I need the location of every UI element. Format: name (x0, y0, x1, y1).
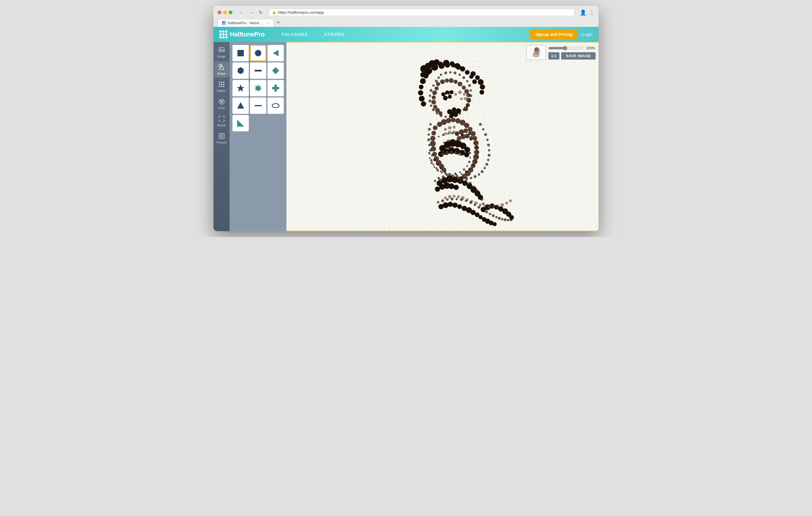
new-tab-button[interactable]: + (274, 18, 282, 27)
sidebar-item-image[interactable]: Image (214, 44, 229, 60)
svg-point-114 (448, 202, 453, 207)
svg-point-192 (458, 90, 462, 94)
svg-point-142 (468, 127, 472, 132)
forward-button[interactable]: → (248, 9, 255, 16)
svg-marker-28 (272, 66, 279, 75)
app-main: Image Shape (213, 42, 599, 231)
sidebar-item-resize[interactable]: Resize (214, 113, 229, 129)
shape-triangle-up[interactable] (232, 98, 249, 114)
svg-point-141 (464, 123, 469, 128)
sidebar-item-pattern[interactable]: Pattern (214, 79, 229, 95)
shape-star6[interactable] (250, 80, 266, 96)
shape-triangle-left[interactable] (267, 45, 284, 61)
svg-point-304 (431, 162, 433, 164)
logo-dot (222, 36, 225, 38)
svg-point-371 (461, 96, 462, 98)
svg-point-252 (428, 128, 431, 131)
svg-point-335 (473, 186, 475, 188)
svg-point-343 (448, 177, 451, 180)
svg-point-22 (255, 50, 261, 56)
menu-icon[interactable]: ⋮ (589, 9, 594, 16)
sidebar-item-shape[interactable]: Shape (214, 61, 229, 78)
app-container: HalftonePro POLYGONS STRIPES Signup and … (213, 27, 599, 231)
svg-point-249 (435, 80, 438, 83)
browser-navigation: ← → ↻ (238, 9, 264, 16)
svg-point-348 (470, 185, 472, 188)
svg-point-360 (482, 208, 484, 211)
svg-point-243 (432, 108, 435, 111)
signup-button[interactable]: Signup and Pricing (530, 30, 578, 39)
svg-rect-32 (272, 87, 279, 89)
svg-point-295 (469, 168, 471, 169)
svg-point-134 (433, 126, 437, 130)
sidebar: Image Shape (213, 42, 230, 231)
nav-tab-stripes[interactable]: STRIPES (316, 28, 353, 41)
svg-point-344 (453, 178, 455, 180)
shape-cross[interactable] (267, 80, 284, 96)
shape-triangle-corner[interactable] (232, 115, 249, 131)
svg-point-347 (466, 182, 469, 185)
shape-diamond4[interactable] (267, 62, 284, 79)
svg-point-14 (222, 100, 223, 102)
svg-point-342 (443, 178, 446, 180)
svg-point-313 (467, 148, 469, 150)
svg-point-184 (435, 86, 439, 90)
svg-point-71 (475, 75, 480, 80)
svg-point-208 (444, 196, 447, 199)
svg-point-172 (436, 82, 440, 86)
sidebar-item-presets[interactable]: Presets (214, 131, 229, 146)
minimize-window-button[interactable] (223, 10, 227, 14)
svg-point-156 (430, 136, 435, 141)
image-icon (219, 47, 225, 54)
close-window-button[interactable] (218, 10, 221, 14)
nav-tab-polygons[interactable]: POLYGONS (273, 28, 316, 41)
svg-rect-7 (221, 84, 222, 85)
svg-point-75 (441, 92, 445, 96)
shape-square[interactable] (232, 45, 249, 61)
svg-rect-25 (255, 70, 262, 72)
svg-point-220 (496, 205, 499, 208)
logo-dot (225, 30, 228, 33)
browser-window: ← → ↻ 🔒 https://halftonepro.com/app 👤 ⋮ … (213, 6, 599, 231)
svg-point-370 (446, 94, 448, 96)
presets-label: Presets (217, 141, 227, 144)
tab-favicon (222, 21, 226, 25)
image-label: Image (218, 55, 226, 58)
shape-dash[interactable] (250, 62, 266, 79)
svg-marker-23 (273, 50, 279, 56)
active-tab[interactable]: HalftonePro - Vector Halftone... × (218, 19, 273, 27)
svg-point-296 (465, 170, 467, 173)
svg-point-56 (418, 90, 423, 96)
refresh-button[interactable]: ↻ (258, 9, 264, 16)
svg-point-77 (450, 90, 454, 94)
halftone-art (371, 43, 531, 230)
address-bar[interactable]: 🔒 https://halftonepro.com/app (269, 9, 575, 16)
svg-point-277 (486, 139, 489, 141)
svg-point-278 (484, 133, 487, 136)
maximize-window-button[interactable] (229, 10, 232, 14)
svg-point-334 (469, 182, 472, 185)
svg-point-361 (485, 211, 488, 213)
svg-point-303 (433, 166, 435, 168)
svg-point-366 (501, 218, 503, 220)
svg-point-224 (440, 74, 442, 76)
svg-point-226 (449, 71, 452, 74)
shape-ellipse[interactable] (267, 98, 284, 114)
shape-minus[interactable] (250, 98, 266, 114)
sidebar-item-color[interactable]: Color (214, 96, 229, 112)
svg-point-297 (461, 173, 462, 175)
header-right: Signup and Pricing | Login (530, 30, 593, 39)
svg-point-308 (447, 139, 450, 142)
shape-circle[interactable] (250, 45, 266, 61)
shape-star5[interactable] (232, 80, 249, 96)
login-link[interactable]: | Login (580, 32, 593, 37)
svg-point-256 (429, 149, 432, 152)
color-icon (219, 98, 225, 106)
resize-icon (219, 115, 225, 123)
svg-point-174 (445, 79, 449, 83)
back-button[interactable]: ← (238, 9, 245, 16)
svg-point-292 (476, 155, 478, 158)
tab-close-button[interactable]: × (267, 21, 269, 25)
svg-point-203 (441, 153, 444, 156)
shape-hexagon[interactable] (232, 62, 249, 79)
